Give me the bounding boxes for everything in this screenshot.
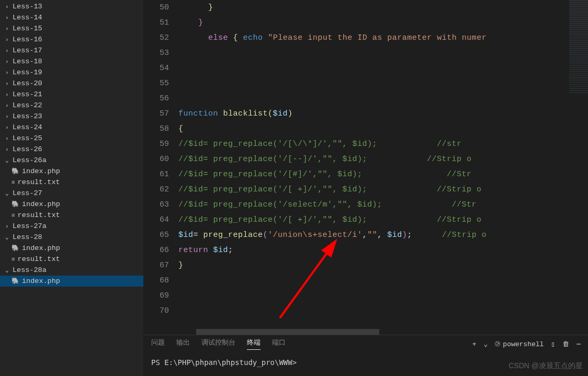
- folder-less-15[interactable]: ›Less-15: [0, 23, 143, 34]
- folder-less-14[interactable]: ›Less-14: [0, 12, 143, 23]
- new-terminal-icon[interactable]: +: [472, 340, 477, 348]
- folder-less-26[interactable]: ›Less-26: [0, 144, 143, 155]
- line-number: 69: [160, 288, 169, 303]
- folder-less-16[interactable]: ›Less-16: [0, 34, 143, 45]
- folder-less-13[interactable]: ›Less-13: [0, 1, 143, 12]
- folder-less-26a[interactable]: ⌄Less-26a: [0, 155, 143, 166]
- line-number: 61: [160, 167, 169, 182]
- folder-less-27[interactable]: ⌄Less-27: [0, 188, 143, 199]
- code-line[interactable]: }: [178, 258, 588, 273]
- file-label: Less-26a: [13, 156, 47, 164]
- file-label: Less-27: [13, 189, 42, 197]
- kill-terminal-icon[interactable]: 🗑: [562, 340, 569, 348]
- file-label: index.php: [22, 167, 60, 175]
- file-result.txt[interactable]: ≡result.txt: [0, 177, 143, 188]
- code-line[interactable]: {: [178, 121, 588, 136]
- code-line[interactable]: [178, 45, 588, 61]
- tab-debug-console[interactable]: 调试控制台: [201, 338, 235, 350]
- code-line[interactable]: [178, 61, 588, 76]
- tab-output[interactable]: 输出: [176, 338, 190, 350]
- line-number: 60: [160, 152, 169, 167]
- file-label: Less-26: [13, 145, 42, 153]
- code-line[interactable]: //$id= preg_replace('/[\/\*]/',"", $id);…: [178, 136, 588, 152]
- chevron-icon: ›: [5, 81, 12, 87]
- folder-less-24[interactable]: ›Less-24: [0, 122, 143, 133]
- chevron-icon: ›: [5, 4, 12, 10]
- powershell-icon: ⧁: [495, 340, 500, 348]
- line-number: 51: [160, 15, 169, 30]
- line-number: 55: [160, 76, 169, 91]
- file-label: Less-28a: [13, 266, 47, 274]
- code-line[interactable]: //$id= preg_replace('/[--]/',"", $id); /…: [178, 152, 588, 167]
- file-index.php[interactable]: 🐘index.php: [0, 166, 143, 177]
- code-line[interactable]: $id= preg_replace('/union\s+select/i',""…: [178, 227, 588, 243]
- minimap[interactable]: [569, 0, 588, 126]
- terminal-tabbar: 问题 输出 调试控制台 终端 端口 + ⌄ ⧁ powershell ▯ 🗑 ⋯: [144, 335, 588, 353]
- chevron-icon: ›: [5, 135, 12, 142]
- shell-selector[interactable]: ⧁ powershell: [495, 340, 544, 348]
- folder-less-21[interactable]: ›Less-21: [0, 89, 143, 100]
- tab-terminal[interactable]: 终端: [247, 338, 261, 350]
- file-label: Less-18: [13, 58, 42, 65]
- code-line[interactable]: [178, 91, 588, 106]
- line-number: 67: [160, 258, 169, 273]
- folder-less-22[interactable]: ›Less-22: [0, 100, 143, 111]
- main-panel: 5051525354555657585960616263646566676869…: [144, 0, 588, 376]
- file-label: Less-20: [13, 79, 42, 87]
- line-number: 56: [160, 91, 169, 106]
- folder-less-27a[interactable]: ›Less-27a: [0, 221, 143, 232]
- file-index.php[interactable]: 🐘index.php: [0, 243, 143, 254]
- folder-less-19[interactable]: ›Less-19: [0, 67, 143, 78]
- chevron-icon: ›: [5, 92, 12, 98]
- code-line[interactable]: else { echo "Please input the ID as para…: [178, 30, 588, 45]
- code-line[interactable]: }: [178, 15, 588, 30]
- more-actions-icon[interactable]: ⋯: [576, 340, 581, 348]
- code-line[interactable]: [178, 288, 588, 303]
- line-number: 64: [160, 212, 169, 227]
- line-number: 58: [160, 121, 169, 136]
- code-content[interactable]: } } else { echo "Please input the ID as …: [178, 0, 588, 335]
- code-line[interactable]: [178, 303, 588, 318]
- code-line[interactable]: //$id= preg_replace('/[#]/',"", $id); //…: [178, 167, 588, 182]
- code-editor[interactable]: 5051525354555657585960616263646566676869…: [144, 0, 588, 335]
- php-file-icon: 🐘: [12, 244, 19, 252]
- code-line[interactable]: }: [178, 0, 588, 15]
- line-number: 68: [160, 273, 169, 288]
- tab-ports[interactable]: 端口: [272, 338, 286, 350]
- horizontal-scrollbar[interactable]: [196, 329, 379, 335]
- code-line[interactable]: //$id= preg_replace('/select/m',"", $id)…: [178, 197, 588, 212]
- folder-less-23[interactable]: ›Less-23: [0, 111, 143, 122]
- folder-less-20[interactable]: ›Less-20: [0, 78, 143, 89]
- chevron-icon: ›: [5, 48, 12, 54]
- chevron-icon: ⌄: [5, 190, 12, 197]
- folder-less-25[interactable]: ›Less-25: [0, 133, 143, 144]
- folder-less-18[interactable]: ›Less-18: [0, 56, 143, 67]
- file-index.php[interactable]: 🐘index.php: [0, 276, 143, 287]
- file-label: result.txt: [18, 178, 60, 186]
- line-number: 50: [160, 0, 169, 15]
- shell-label: powershell: [503, 340, 544, 348]
- file-result.txt[interactable]: ≡result.txt: [0, 210, 143, 221]
- code-line[interactable]: function blacklist($id): [178, 106, 588, 121]
- file-index.php[interactable]: 🐘index.php: [0, 199, 143, 210]
- dropdown-icon[interactable]: ⌄: [484, 340, 488, 348]
- line-gutter: 5051525354555657585960616263646566676869…: [144, 0, 178, 335]
- folder-less-28a[interactable]: ⌄Less-28a: [0, 265, 143, 276]
- tab-problems[interactable]: 问题: [151, 338, 165, 350]
- file-label: Less-16: [13, 36, 42, 43]
- file-label: result.txt: [18, 211, 60, 219]
- code-line[interactable]: [178, 273, 588, 288]
- code-line[interactable]: return $id;: [178, 243, 588, 258]
- split-terminal-icon[interactable]: ▯: [551, 340, 555, 348]
- file-explorer[interactable]: ›Less-13›Less-14›Less-15›Less-16›Less-17…: [0, 0, 144, 376]
- line-number: 66: [160, 243, 169, 258]
- line-number: 65: [160, 227, 169, 243]
- folder-less-28[interactable]: ⌄Less-28: [0, 232, 143, 243]
- file-label: Less-25: [13, 134, 42, 142]
- file-result.txt[interactable]: ≡result.txt: [0, 254, 143, 265]
- chevron-icon: ⌄: [5, 234, 12, 241]
- code-line[interactable]: //$id= preg_replace('/[ +]/',"", $id); /…: [178, 182, 588, 197]
- code-line[interactable]: [178, 76, 588, 91]
- code-line[interactable]: //$id= preg_replace('/[ +]/',"", $id); /…: [178, 212, 588, 227]
- folder-less-17[interactable]: ›Less-17: [0, 45, 143, 56]
